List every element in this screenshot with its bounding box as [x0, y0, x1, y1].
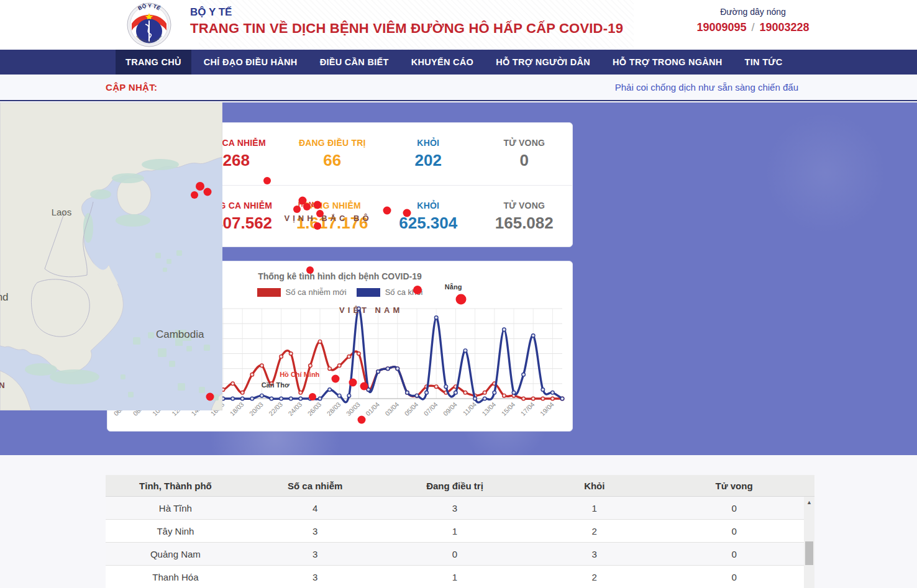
hotline: Đường dây nóng 19009095 / 19003228 [691, 7, 815, 34]
svg-text:22/03: 22/03 [267, 400, 284, 417]
main-nav: TRANG CHỦCHỈ ĐẠO ĐIỀU HÀNHĐIỀU CẦN BIẾTK… [0, 50, 917, 75]
table-row[interactable]: Hà Tĩnh4310 [106, 497, 804, 520]
table-cell: 3 [245, 566, 385, 588]
svg-text:15/04: 15/04 [500, 400, 516, 417]
svg-text:20/03: 20/03 [248, 400, 265, 417]
world-metrics: TỔNG CA NHIỄM2.407.562ĐANG NHIỄM1.617.17… [188, 201, 572, 233]
table-header-row: Tỉnh, Thành phốSố ca nhiễmĐang điều trịK… [106, 475, 814, 497]
page-title: TRANG TIN VỀ DỊCH BỆNH VIÊM ĐƯỜNG HÔ HẤP… [190, 20, 623, 37]
metric: TỬ VONG0 [477, 138, 573, 170]
case-location-dot [196, 182, 204, 191]
table-cell: 3 [524, 543, 664, 565]
nav-item-4[interactable]: KHUYẾN CÁO [401, 50, 483, 75]
update-label: CẬP NHẬT: [106, 82, 157, 93]
nav-item-7[interactable]: TIN TỨC [735, 50, 793, 75]
hotline-number-1[interactable]: 19009095 [696, 21, 746, 34]
metric: ĐANG ĐIỀU TRỊ66 [285, 138, 381, 170]
svg-text:05/04: 05/04 [403, 400, 419, 417]
scroll-up-arrow-icon[interactable]: ▲ [804, 499, 814, 505]
table-cell: 0 [385, 543, 525, 565]
table-cell: 0 [664, 543, 804, 565]
update-bar: CẬP NHẬT: Phải coi chống dịch như sẵn sà… [0, 75, 917, 101]
table-column-header[interactable]: Tử vong [664, 475, 804, 496]
table-body: Hà Tĩnh4310Tây Ninh3120Quảng Nam3030Than… [106, 497, 804, 588]
svg-text:30/03: 30/03 [345, 400, 362, 417]
legend-swatch [257, 288, 281, 297]
table-cell: 4 [245, 497, 385, 519]
table-cell: 0 [664, 566, 804, 588]
org-name: BỘ Y TẾ [190, 6, 232, 19]
province-table: Tỉnh, Thành phốSố ca nhiễmĐang điều trịK… [106, 475, 814, 588]
table-cell: 1 [385, 566, 525, 588]
hotline-separator: / [749, 21, 756, 34]
vietnam-metrics: SỐ CA NHIỄM268ĐANG ĐIỀU TRỊ66KHỎI202TỬ V… [188, 138, 572, 170]
table-row[interactable]: Thanh Hóa3120 [106, 566, 804, 588]
table-cell: Hà Tĩnh [106, 497, 245, 519]
metric: KHỎI625.304 [380, 201, 477, 233]
table-cell: 3 [385, 497, 525, 519]
table-cell: Thanh Hóa [106, 566, 245, 588]
svg-text:24/03: 24/03 [286, 400, 303, 417]
table-cell: 1 [385, 520, 525, 542]
svg-text:03/04: 03/04 [383, 400, 400, 417]
scrollbar-thumb[interactable] [805, 541, 813, 565]
top-header: BỘ Y TẾ MINISTRY OF HEALTH BỘ Y TẾ TRANG… [0, 0, 917, 50]
table-cell: 0 [664, 520, 804, 542]
metric: KHỎI202 [380, 138, 477, 170]
table-cell: Tây Ninh [106, 520, 245, 542]
hotline-number-2[interactable]: 19003228 [760, 21, 810, 34]
svg-text:01/04: 01/04 [364, 400, 381, 417]
svg-text:26/03: 26/03 [306, 400, 322, 417]
legend-swatch [357, 288, 380, 297]
hotline-numbers[interactable]: 19009095 / 19003228 [691, 21, 815, 34]
nav-item-1[interactable]: TRANG CHỦ [116, 50, 191, 75]
svg-text:11/04: 11/04 [461, 400, 478, 417]
metric-value: 165.082 [477, 214, 573, 233]
table-cell: 1 [524, 497, 664, 519]
table-row[interactable]: Quảng Nam3030 [106, 543, 804, 566]
table-cell: 2 [524, 520, 664, 542]
metric-value: 1.617.176 [285, 214, 381, 233]
case-location-dot [203, 188, 211, 196]
table-cell: 3 [245, 543, 385, 565]
table-column-header[interactable]: Khỏi [524, 475, 664, 496]
metric-label: TỬ VONG [477, 138, 573, 148]
table-scrollbar[interactable]: ▲ [804, 497, 814, 588]
table-cell: 3 [245, 520, 385, 542]
table-header-spacer [804, 475, 814, 496]
legend-label: Số ca nhiễm mới [286, 287, 347, 297]
nav-item-5[interactable]: HỖ TRỢ NGƯỜI DÂN [486, 50, 600, 75]
svg-text:09/04: 09/04 [442, 400, 458, 417]
update-headline-link[interactable]: Phải coi chống dịch như sẵn sàng chiến đ… [615, 82, 798, 93]
map-basemap [0, 102, 222, 410]
table-column-header[interactable]: Số ca nhiễm [245, 475, 385, 496]
nav-item-2[interactable]: CHỈ ĐẠO ĐIỀU HÀNH [194, 50, 308, 75]
metric-label: ĐANG ĐIỀU TRỊ [285, 138, 381, 148]
table-column-header[interactable]: Đang điều trị [385, 475, 525, 496]
bottom-section: Tỉnh, Thành phốSố ca nhiễmĐang điều trịK… [0, 455, 917, 588]
main-section: VIỆT NAM SỐ CA NHIỄM268ĐANG ĐIỀU TRỊ66KH… [0, 102, 917, 455]
svg-text:17/04: 17/04 [519, 400, 536, 417]
table-cell: Quảng Nam [106, 543, 245, 565]
metric: TỬ VONG165.082 [477, 201, 573, 233]
metric-label: KHỎI [380, 138, 477, 148]
metric-value: 625.304 [380, 214, 477, 233]
table-cell: 2 [524, 566, 664, 588]
table-column-header[interactable]: Tỉnh, Thành phố [106, 475, 245, 496]
hotline-label: Đường dây nóng [691, 7, 815, 17]
legend-item: Số ca nhiễm mới [257, 287, 347, 297]
nav-item-3[interactable]: ĐIỀU CẦN BIẾT [310, 50, 399, 75]
case-location-dot [191, 191, 198, 199]
ministry-of-health-logo-icon[interactable]: BỘ Y TẾ MINISTRY OF HEALTH [127, 2, 171, 47]
svg-text:13/04: 13/04 [480, 400, 497, 417]
svg-text:28/03: 28/03 [326, 400, 342, 417]
svg-text:19/04: 19/04 [539, 400, 555, 417]
metric-label: TỬ VONG [477, 201, 573, 210]
table-row[interactable]: Tây Ninh3120 [106, 520, 804, 543]
table-cell: 0 [664, 497, 804, 519]
outbreak-map[interactable]: LaosVỊNH BẮC BỘThailandCambodiaVIỆT NAMV… [0, 102, 222, 410]
case-location-dot [206, 393, 214, 401]
metric-value: 66 [285, 151, 381, 170]
metric-label: KHỎI [380, 201, 477, 210]
nav-item-6[interactable]: HỖ TRỢ TRONG NGÀNH [603, 50, 732, 75]
